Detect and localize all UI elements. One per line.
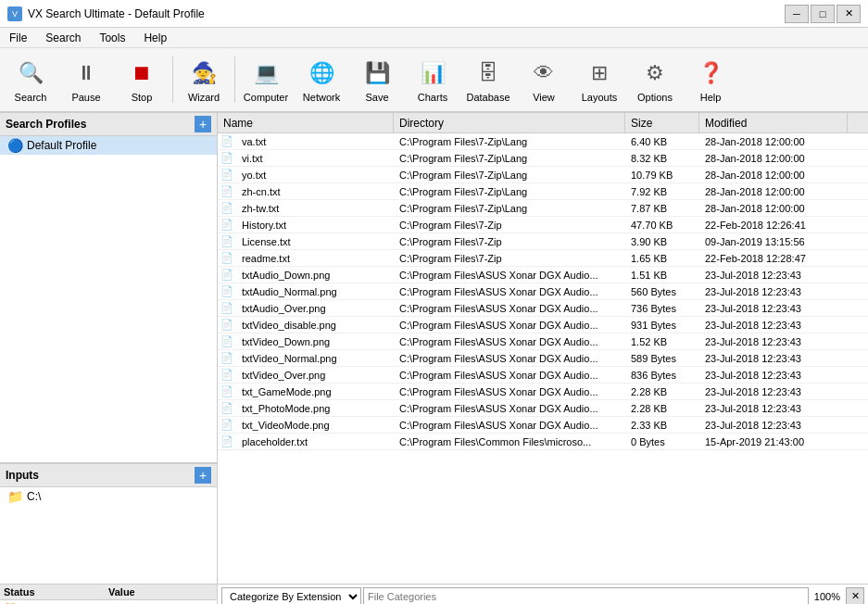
table-row[interactable]: 📄 readme.txt C:\Program Files\7-Zip 1.65… (218, 250, 868, 267)
table-row[interactable]: 📄 txtVideo_Down.png C:\Program Files\ASU… (218, 333, 868, 350)
file-dir: C:\Program Files\ASUS Xonar DGX Audio... (394, 335, 625, 348)
file-modified: 23-Jul-2018 12:23:43 (699, 319, 848, 332)
layouts-label: Layouts (582, 92, 618, 103)
add-input-button[interactable]: + (195, 467, 211, 484)
table-row[interactable]: 📄 txt_VideoMode.png C:\Program Files\ASU… (218, 417, 868, 434)
computer-label: Computer (244, 92, 288, 103)
file-size: 10.79 KB (625, 169, 699, 182)
search-profiles-section: Search Profiles + 🔵 Default Profile (0, 113, 217, 463)
table-row[interactable]: 📄 txtAudio_Normal.png C:\Program Files\A… (218, 283, 868, 300)
file-icon: 📄 (218, 218, 236, 232)
table-row[interactable]: 📄 txt_GameMode.png C:\Program Files\ASUS… (218, 384, 868, 400)
right-panel: Name Directory Size Modified 📄 va.txt C:… (218, 113, 868, 584)
chart-close-button[interactable]: ✕ (846, 587, 864, 605)
table-row[interactable]: 📄 txtVideo_Over.png C:\Program Files\ASU… (218, 367, 868, 384)
file-size: 836 Bytes (625, 369, 699, 382)
stop-icon: ⏹ (125, 57, 158, 90)
layouts-icon: ⊞ (583, 57, 616, 90)
charts-icon: 📊 (416, 57, 449, 90)
minimize-button[interactable]: ─ (785, 5, 809, 23)
file-name: zh-tw.txt (236, 202, 394, 215)
col-header-modified[interactable]: Modified (699, 113, 848, 132)
col-header-name[interactable]: Name (218, 113, 394, 132)
view-button[interactable]: 👁 View (517, 51, 571, 108)
file-modified: 28-Jan-2018 12:00:00 (699, 185, 848, 198)
table-row[interactable]: 📄 txtAudio_Over.png C:\Program Files\ASU… (218, 300, 868, 317)
categorize-dropdown[interactable]: Categorize By Extension (221, 587, 361, 605)
file-dir: C:\Program Files\7-Zip (394, 252, 625, 265)
help-button[interactable]: ❓ Help (684, 51, 737, 108)
table-row[interactable]: 📄 History.txt C:\Program Files\7-Zip 47.… (218, 217, 868, 233)
input-path-label: C:\ (27, 490, 41, 503)
file-modified: 22-Feb-2018 12:26:41 (699, 219, 848, 232)
table-row[interactable]: 📄 txtVideo_Normal.png C:\Program Files\A… (218, 350, 868, 367)
pause-button[interactable]: ⏸ Pause (59, 51, 113, 108)
file-icon: 📄 (218, 168, 236, 182)
maximize-button[interactable]: □ (811, 5, 835, 23)
database-button[interactable]: 🗄 Database (461, 51, 515, 108)
inputs-section: Inputs + 📁 C:\ (0, 463, 217, 584)
menu-search[interactable]: Search (36, 30, 90, 46)
file-dir: C:\Program Files\ASUS Xonar DGX Audio... (394, 285, 625, 298)
file-size: 1.65 KB (625, 252, 699, 265)
table-row[interactable]: 📄 va.txt C:\Program Files\7-Zip\Lang 6.4… (218, 133, 868, 150)
file-icon: 📄 (218, 134, 236, 148)
stat-value: 25077 (112, 600, 217, 604)
wizard-icon: 🧙 (187, 57, 220, 90)
charts-button[interactable]: 📊 Charts (406, 51, 459, 108)
default-profile-item[interactable]: 🔵 Default Profile (0, 136, 217, 155)
table-row[interactable]: 📄 txtVideo_disable.png C:\Program Files\… (218, 317, 868, 333)
col-header-size[interactable]: Size (625, 113, 699, 132)
save-button[interactable]: 💾 Save (350, 51, 404, 108)
file-name: vi.txt (236, 152, 394, 165)
menu-help[interactable]: Help (134, 30, 176, 46)
col-header-directory[interactable]: Directory (394, 113, 625, 132)
file-size: 7.87 KB (625, 202, 699, 215)
file-size: 1.52 KB (625, 335, 699, 348)
table-row[interactable]: 📄 placeholder.txt C:\Program Files\Commo… (218, 434, 868, 450)
file-modified: 23-Jul-2018 12:23:43 (699, 269, 848, 282)
stop-button[interactable]: ⏹ Stop (115, 51, 169, 108)
file-icon: 📄 (218, 384, 236, 398)
file-icon: 📄 (218, 434, 236, 448)
table-row[interactable]: 📄 zh-cn.txt C:\Program Files\7-Zip\Lang … (218, 183, 868, 200)
layouts-button[interactable]: ⊞ Layouts (572, 51, 626, 108)
wizard-button[interactable]: 🧙 Wizard (177, 51, 231, 108)
toolbar-separator-2 (234, 57, 235, 103)
file-name: zh-cn.txt (236, 185, 394, 198)
app-icon: V (7, 6, 22, 21)
file-name: txtVideo_disable.png (236, 319, 394, 332)
file-size: 736 Bytes (625, 302, 699, 315)
file-icon: 📄 (218, 368, 236, 382)
menu-file[interactable]: File (0, 30, 36, 46)
computer-icon: 💻 (249, 57, 283, 90)
table-row[interactable]: 📄 License.txt C:\Program Files\7-Zip 3.9… (218, 233, 868, 250)
options-button[interactable]: ⚙ Options (628, 51, 682, 108)
file-modified: 28-Jan-2018 12:00:00 (699, 152, 848, 165)
search-button[interactable]: 🔍 Search (4, 51, 57, 108)
table-row[interactable]: 📄 yo.txt C:\Program Files\7-Zip\Lang 10.… (218, 167, 868, 183)
table-row[interactable]: 📄 txtAudio_Down.png C:\Program Files\ASU… (218, 267, 868, 283)
file-list[interactable]: 📄 va.txt C:\Program Files\7-Zip\Lang 6.4… (218, 133, 868, 584)
file-icon: 📄 (218, 268, 236, 282)
add-profile-button[interactable]: + (195, 116, 211, 132)
save-icon: 💾 (360, 57, 394, 90)
file-icon: 📄 (218, 184, 236, 198)
file-size: 8.32 KB (625, 152, 699, 165)
close-button[interactable]: ✕ (837, 5, 861, 23)
input-path-item[interactable]: 📁 C:\ (0, 487, 217, 506)
table-row[interactable]: 📄 txt_PhotoMode.png C:\Program Files\ASU… (218, 400, 868, 417)
file-icon: 📄 (218, 301, 236, 315)
menu-tools[interactable]: Tools (90, 30, 134, 46)
table-row[interactable]: 📄 vi.txt C:\Program Files\7-Zip\Lang 8.3… (218, 150, 868, 167)
title-bar: V VX Search Ultimate - Default Profile ─… (0, 0, 868, 28)
table-row[interactable]: 📄 zh-tw.txt C:\Program Files\7-Zip\Lang … (218, 200, 868, 217)
save-label: Save (365, 92, 388, 103)
file-icon: 📄 (218, 418, 236, 432)
inputs-title: Inputs (6, 469, 39, 482)
network-button[interactable]: 🌐 Network (295, 51, 348, 108)
computer-button[interactable]: 💻 Computer (239, 51, 293, 108)
file-modified: 23-Jul-2018 12:23:43 (699, 385, 848, 398)
category-filter-input[interactable] (363, 587, 809, 605)
file-icon: 📄 (218, 234, 236, 248)
